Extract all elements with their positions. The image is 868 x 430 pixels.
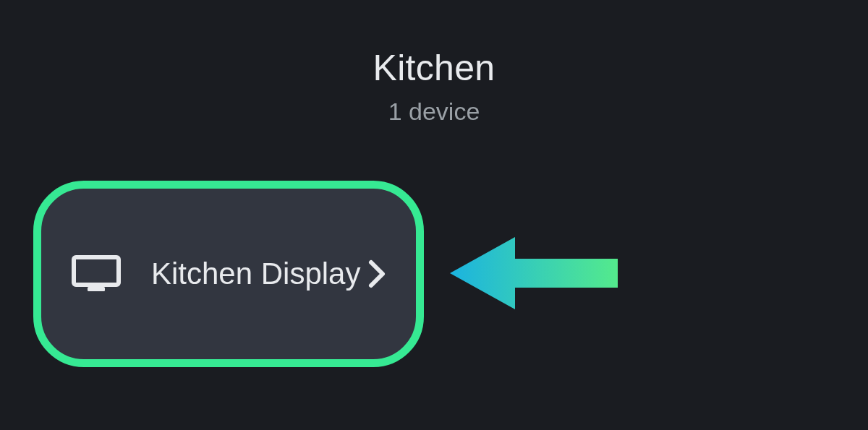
device-name-label: Kitchen Display	[151, 255, 367, 293]
svg-rect-1	[88, 287, 105, 291]
svg-marker-2	[450, 237, 618, 309]
device-count: 1 device	[0, 98, 868, 126]
room-header: Kitchen 1 device	[0, 0, 868, 126]
chevron-right-icon	[367, 258, 387, 290]
device-card-kitchen-display[interactable]: Kitchen Display	[33, 181, 424, 367]
room-title: Kitchen	[0, 47, 868, 89]
svg-rect-0	[74, 257, 119, 285]
display-icon	[72, 255, 121, 293]
pointer-arrow-annotation	[450, 237, 618, 309]
